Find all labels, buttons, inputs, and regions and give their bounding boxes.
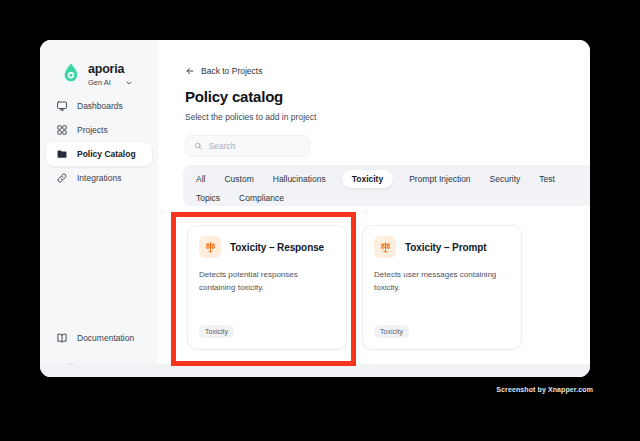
- tab-compliance[interactable]: Compliance: [236, 189, 287, 207]
- policy-category-tabs: All Custom Hallucinations Toxicity Promp…: [183, 165, 590, 206]
- chevron-down-icon: [125, 79, 133, 87]
- tab-test[interactable]: Test: [536, 170, 558, 188]
- sidebar-item-label: Documentation: [77, 333, 134, 343]
- policy-card-toxicity-prompt[interactable]: Toxicity – Prompt Detects user messages …: [362, 225, 522, 350]
- screenshot-stage: aporia Gen AI Dashboards: [0, 0, 640, 441]
- tab-prompt-injection[interactable]: Prompt Injection: [406, 170, 473, 188]
- page-subtitle: Select the policies to add in project: [185, 112, 316, 122]
- card-tag: Toxicity: [199, 325, 234, 338]
- policy-catalog-icon: [56, 148, 68, 160]
- watermark-text: Screenshot by Xnapper.com: [496, 386, 593, 393]
- tab-custom[interactable]: Custom: [221, 170, 256, 188]
- search-input[interactable]: [209, 141, 301, 151]
- card-tag: Toxicity: [374, 325, 409, 338]
- tab-security[interactable]: Security: [487, 170, 524, 188]
- sidebar-item-policy-catalog[interactable]: Policy Catalog: [46, 142, 152, 166]
- page-title: Policy catalog: [185, 88, 283, 105]
- back-to-projects-link[interactable]: Back to Projects: [185, 66, 262, 76]
- sidebar-item-label: Integrations: [77, 173, 121, 183]
- sidebar-item-dashboards[interactable]: Dashboards: [46, 94, 152, 118]
- integrations-icon: [56, 172, 68, 184]
- brand-block: aporia Gen AI: [62, 62, 133, 87]
- tab-hallucinations[interactable]: Hallucinations: [270, 170, 329, 188]
- tab-topics[interactable]: Topics: [193, 189, 223, 207]
- sidebar-item-documentation[interactable]: Documentation: [46, 326, 152, 350]
- tab-toxicity[interactable]: Toxicity: [342, 170, 394, 188]
- sidebar-item-label: Dashboards: [77, 101, 123, 111]
- tab-all[interactable]: All: [193, 170, 208, 188]
- search-box[interactable]: [185, 135, 310, 157]
- aporia-logo-icon: [62, 62, 80, 84]
- scales-icon: [374, 236, 396, 258]
- policy-cards: Toxicity – Response Detects potential re…: [187, 225, 522, 350]
- search-icon: [194, 141, 203, 151]
- sidebar-footer: Documentation: [46, 326, 152, 350]
- policy-card-toxicity-response[interactable]: Toxicity – Response Detects potential re…: [187, 225, 347, 350]
- arrow-left-icon: [185, 66, 195, 76]
- sidebar-item-projects[interactable]: Projects: [46, 118, 152, 142]
- back-link-label: Back to Projects: [201, 66, 262, 76]
- main-content: Back to Projects Policy catalog Select t…: [158, 40, 590, 377]
- scales-icon: [199, 236, 221, 258]
- projects-icon: [56, 124, 68, 136]
- sidebar-item-label: Projects: [77, 125, 108, 135]
- brand-name: aporia: [88, 62, 133, 76]
- sidebar-nav: Dashboards Projects Policy Catalog: [46, 94, 152, 190]
- window-bottom-strip: [40, 364, 590, 377]
- sidebar-item-integrations[interactable]: Integrations: [46, 166, 152, 190]
- sidebar-item-label: Policy Catalog: [77, 149, 136, 159]
- card-title: Toxicity – Response: [230, 242, 324, 253]
- documentation-icon: [56, 332, 68, 344]
- workspace-selector[interactable]: Gen AI: [88, 78, 133, 87]
- workspace-label: Gen AI: [88, 78, 111, 87]
- card-description: Detects user messages containing toxicit…: [374, 268, 510, 294]
- app-window: aporia Gen AI Dashboards: [40, 40, 590, 377]
- card-description: Detects potential responses containing t…: [199, 268, 335, 294]
- sidebar: aporia Gen AI Dashboards: [40, 40, 158, 377]
- card-title: Toxicity – Prompt: [405, 242, 486, 253]
- dashboards-icon: [56, 100, 68, 112]
